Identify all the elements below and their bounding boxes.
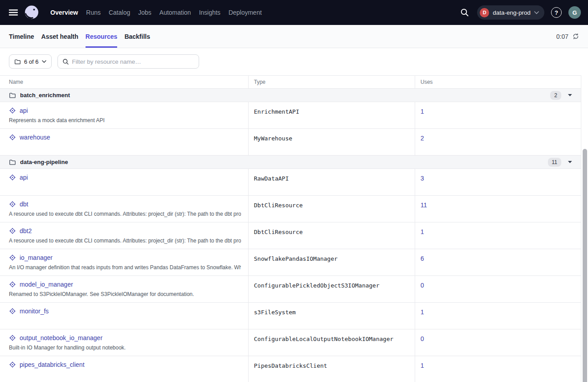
tab-timeline[interactable]: Timeline — [9, 25, 34, 48]
resource-type: ConfigurablePickledObjectS3IOManager — [248, 276, 415, 302]
resource-type: DbtCliResource — [248, 222, 415, 249]
collapse-caret-icon[interactable] — [568, 161, 572, 163]
resource-icon — [9, 308, 16, 315]
resource-name-link[interactable]: model_io_manager — [20, 281, 73, 288]
table-header-row: Name Type Uses — [0, 75, 581, 89]
resource-uses-link[interactable]: 1 — [421, 228, 424, 235]
resource-row: output_notebook_io_manager Built-in IO M… — [0, 329, 581, 356]
nav-item-runs[interactable]: Runs — [86, 9, 101, 16]
vertical-scrollbar — [583, 149, 587, 382]
resource-row: api Represents a mock data enrichment AP… — [0, 102, 581, 129]
resource-row: model_io_manager Renamed to S3PickleIOMa… — [0, 276, 581, 303]
resource-type: EnrichmentAPI — [248, 102, 415, 128]
nav-item-automation[interactable]: Automation — [159, 9, 191, 16]
overview-tabbar: Timeline Asset health Resources Backfill… — [0, 25, 588, 48]
nav-item-catalog[interactable]: Catalog — [109, 9, 130, 16]
resource-uses-link[interactable]: 6 — [421, 255, 424, 262]
nav-item-insights[interactable]: Insights — [199, 9, 220, 16]
resource-uses-link[interactable]: 11 — [421, 201, 427, 209]
group-name: batch_enrichment — [20, 92, 70, 99]
deployment-switcher[interactable]: D data-eng-prod — [477, 5, 544, 20]
hamburger-menu-icon[interactable] — [7, 6, 20, 19]
code-location-filter-label: 6 of 6 — [24, 58, 39, 65]
resource-row: dbt A resource used to execute dbt CLI c… — [0, 196, 581, 222]
resource-icon — [9, 361, 16, 368]
resource-type: RawDataAPI — [248, 169, 415, 195]
resource-uses-link[interactable]: 3 — [421, 175, 424, 182]
resource-name-link[interactable]: api — [20, 174, 28, 181]
column-header-uses: Uses — [415, 76, 581, 88]
resource-name-link[interactable]: warehouse — [20, 134, 50, 141]
resource-row: io_manager An I/O manager definition tha… — [0, 249, 581, 276]
resource-type: s3FileSystem — [248, 303, 415, 329]
resource-icon — [9, 201, 16, 208]
resource-name-link[interactable]: dbt2 — [20, 227, 32, 234]
code-location-filter-button[interactable]: 6 of 6 — [9, 54, 52, 69]
resource-icon — [9, 134, 16, 141]
resource-description: Represents a mock data enrichment API — [9, 117, 241, 123]
chevron-down-icon — [42, 60, 46, 63]
resource-uses-link[interactable]: 1 — [421, 108, 424, 115]
folder-icon — [9, 92, 16, 99]
resource-name-link[interactable]: io_manager — [20, 254, 53, 261]
resource-row: monitor_fs s3FileSystem 1 — [0, 303, 581, 329]
refresh-icon[interactable] — [572, 33, 579, 40]
scrollbar-thumb[interactable] — [583, 149, 587, 382]
resource-type: MyWarehouse — [248, 129, 415, 155]
resources-table-body: batch_enrichment 2 api Re — [0, 89, 581, 382]
chevron-down-icon — [534, 11, 539, 14]
tab-backfills[interactable]: Backfills — [124, 25, 150, 48]
group-count-badge: 11 — [548, 158, 561, 167]
resource-description: An I/O manager definition that reads inp… — [9, 264, 241, 271]
resource-uses-link[interactable]: 0 — [421, 282, 424, 289]
tab-resources[interactable]: Resources — [86, 25, 118, 48]
resource-uses-link[interactable]: 2 — [421, 135, 424, 142]
resource-name-link[interactable]: dbt — [20, 201, 28, 208]
resource-type: ConfigurableLocalOutputNotebookIOManager — [248, 329, 415, 356]
resource-name-link[interactable]: api — [20, 107, 28, 114]
search-icon — [62, 58, 69, 65]
nav-item-deployment[interactable]: Deployment — [229, 9, 262, 16]
resource-group-row[interactable]: data-eng-pipeline 11 — [0, 156, 581, 169]
nav-item-overview[interactable]: Overview — [50, 9, 78, 16]
resource-icon — [9, 334, 16, 341]
collapse-caret-icon[interactable] — [568, 94, 572, 96]
resource-icon — [9, 174, 16, 181]
resource-uses-link[interactable]: 1 — [421, 308, 424, 316]
nav-item-jobs[interactable]: Jobs — [138, 9, 151, 16]
resource-description: Built-in IO Manager for handling output … — [9, 345, 241, 351]
deployment-name: data-eng-prod — [493, 9, 531, 16]
resource-name-link[interactable]: output_notebook_io_manager — [20, 334, 102, 341]
resource-icon — [9, 254, 16, 261]
resource-name-link[interactable]: pipes_databricks_client — [20, 361, 85, 368]
tab-asset-health[interactable]: Asset health — [41, 25, 78, 48]
resource-type: SnowflakePandasIOManager — [248, 249, 415, 275]
resource-row: api RawDataAPI 3 — [0, 169, 581, 196]
resource-row: warehouse MyWarehouse 2 — [0, 129, 581, 156]
user-avatar[interactable]: G — [568, 6, 581, 19]
group-count-badge: 2 — [550, 91, 561, 100]
folder-icon — [9, 159, 16, 166]
resource-name-link[interactable]: monitor_fs — [20, 308, 49, 315]
resource-description: Renamed to S3PickleIOManager. See S3Pick… — [9, 291, 241, 297]
resource-group-row[interactable]: batch_enrichment 2 — [0, 89, 581, 102]
resource-row: pipes_databricks_client PipesDatabricksC… — [0, 356, 581, 382]
resource-uses-link[interactable]: 0 — [421, 335, 424, 342]
dagster-logo[interactable] — [23, 4, 40, 21]
search-icon[interactable] — [459, 7, 470, 18]
column-header-type: Type — [248, 76, 415, 88]
resource-type: DbtCliResource — [248, 196, 415, 222]
refresh-countdown: 0:07 — [556, 33, 568, 40]
folder-icon — [14, 58, 21, 65]
filter-bar: 6 of 6 — [0, 48, 588, 69]
resource-filter-input[interactable] — [72, 58, 194, 65]
resource-uses-link[interactable]: 1 — [421, 362, 424, 369]
help-icon[interactable]: ? — [551, 7, 562, 18]
resource-icon — [9, 227, 16, 234]
resource-type: PipesDatabricksClient — [248, 356, 415, 382]
resource-description: A resource used to execute dbt CLI comma… — [9, 238, 241, 244]
resource-filter-field — [57, 54, 199, 69]
resources-table: Name Type Uses batch_enrichment 2 — [0, 75, 588, 382]
top-navigation-bar: Overview Runs Catalog Jobs Automation In… — [0, 0, 588, 25]
primary-nav: Overview Runs Catalog Jobs Automation In… — [50, 9, 262, 16]
